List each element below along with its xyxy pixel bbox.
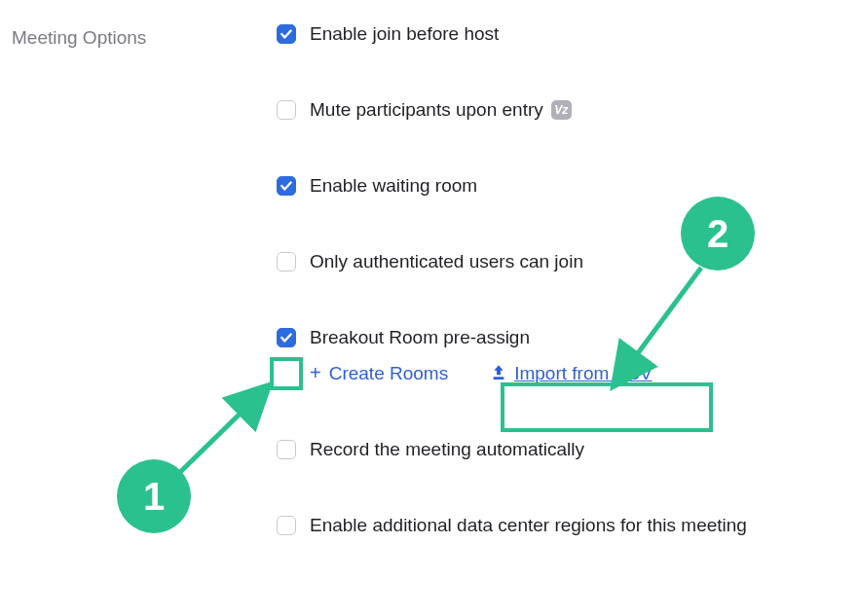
option-enable-join-before-host[interactable]: Enable join before host bbox=[277, 23, 846, 45]
checkbox-icon bbox=[277, 440, 296, 459]
checkbox-icon bbox=[277, 24, 296, 44]
option-label: Enable join before host bbox=[310, 23, 499, 45]
checkbox-icon bbox=[277, 516, 296, 535]
vz-badge-icon: Vz bbox=[551, 100, 572, 120]
checkbox-icon bbox=[277, 252, 296, 272]
option-label: Breakout Room pre-assign bbox=[310, 327, 530, 348]
create-rooms-link[interactable]: + Create Rooms bbox=[310, 362, 448, 384]
option-mute-on-entry[interactable]: Mute participants upon entry Vz bbox=[277, 99, 846, 121]
checkbox-icon bbox=[277, 176, 296, 196]
option-label: Record the meeting automatically bbox=[310, 439, 584, 460]
checkbox-icon bbox=[277, 328, 296, 347]
checkbox-icon bbox=[277, 100, 296, 120]
upload-icon bbox=[491, 363, 506, 384]
create-rooms-label: Create Rooms bbox=[329, 363, 449, 384]
option-data-center-regions[interactable]: Enable additional data center regions fo… bbox=[277, 515, 846, 536]
option-label: Enable additional data center regions fo… bbox=[310, 515, 747, 536]
breakout-sub-actions: + Create Rooms Import from CSV bbox=[310, 362, 846, 384]
option-label: Mute participants upon entry bbox=[310, 99, 543, 121]
option-enable-waiting-room[interactable]: Enable waiting room bbox=[277, 175, 846, 197]
option-only-authenticated[interactable]: Only authenticated users can join bbox=[277, 251, 846, 272]
option-label: Only authenticated users can join bbox=[310, 251, 583, 272]
option-breakout-preassign[interactable]: Breakout Room pre-assign bbox=[277, 327, 846, 348]
plus-icon: + bbox=[310, 362, 321, 384]
section-title: Meeting Options bbox=[12, 27, 277, 49]
option-label: Enable waiting room bbox=[310, 175, 477, 197]
import-csv-link[interactable]: Import from CSV bbox=[491, 363, 652, 384]
import-csv-label: Import from CSV bbox=[514, 363, 652, 384]
option-record-auto[interactable]: Record the meeting automatically bbox=[277, 439, 846, 460]
